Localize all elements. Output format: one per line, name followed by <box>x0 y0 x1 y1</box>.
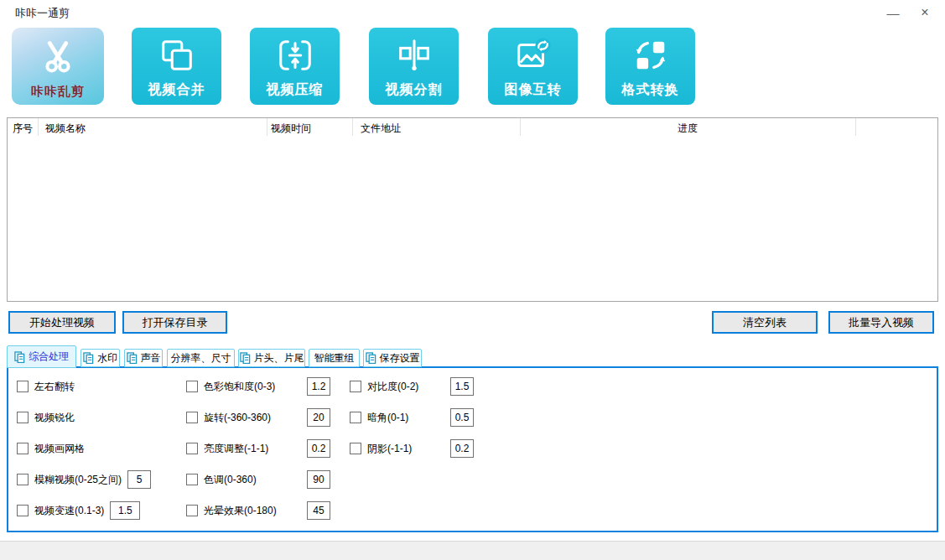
sharpen-checkbox[interactable] <box>17 412 29 423</box>
logo-label: 咔咔乱剪 <box>31 84 85 100</box>
column-divider <box>38 118 39 136</box>
general-processing-panel: 左右翻转 视频锐化 视频画网格 模糊视频(0-25之间) 视频变速(0.1-3)… <box>7 366 938 532</box>
setting-grid: 视频画网格 <box>17 438 85 459</box>
image-convert-button[interactable]: 图像互转 <box>488 28 578 105</box>
video-list-body[interactable] <box>8 136 937 301</box>
video-compress-button[interactable]: 视频压缩 <box>250 28 340 105</box>
halo-input[interactable] <box>307 501 330 520</box>
setting-label: 色彩饱和度(0-3) <box>204 380 301 394</box>
document-copy-icon <box>240 352 251 364</box>
minimize-icon: — <box>887 6 900 20</box>
halo-checkbox[interactable] <box>186 505 198 516</box>
batch-import-button[interactable]: 批量导入视频 <box>828 311 934 334</box>
vignette-input[interactable] <box>450 408 474 427</box>
setting-halo: 光晕效果(0-180) <box>186 500 330 521</box>
start-processing-button[interactable]: 开始处理视频 <box>8 311 116 334</box>
setting-hue: 色调(0-360) <box>186 469 330 490</box>
column-header-path[interactable]: 文件地址 <box>361 122 401 136</box>
setting-rotate: 旋转(-360-360) <box>186 407 330 428</box>
brightness-input[interactable] <box>307 439 330 458</box>
setting-label: 阴影(-1-1) <box>367 442 444 456</box>
setting-label: 视频锐化 <box>34 411 75 425</box>
tool-button-label: 图像互转 <box>505 81 562 99</box>
setting-label: 左右翻转 <box>34 380 75 394</box>
column-header-seq[interactable]: 序号 <box>13 122 33 136</box>
tab-label: 水印 <box>97 351 117 366</box>
tab-label: 保存设置 <box>380 351 420 366</box>
column-divider <box>855 118 856 136</box>
image-convert-icon <box>514 36 553 75</box>
setting-saturation: 色彩饱和度(0-3) <box>186 376 330 397</box>
setting-label: 对比度(0-2) <box>367 380 444 394</box>
tab-smart-recompose[interactable]: 智能重组 <box>309 349 360 367</box>
brightness-checkbox[interactable] <box>186 443 198 454</box>
contrast-checkbox[interactable] <box>350 381 361 392</box>
speed-input[interactable] <box>110 501 140 520</box>
video-list: 序号 视频名称 视频时间 文件地址 进度 <box>7 117 938 302</box>
tab-save-settings[interactable]: 保存设置 <box>363 349 422 367</box>
tab-label: 片头、片尾 <box>254 351 304 366</box>
video-split-icon <box>395 36 434 75</box>
rotate-input[interactable] <box>307 408 330 427</box>
hue-input[interactable] <box>307 470 330 489</box>
column-divider <box>267 118 267 136</box>
rotate-checkbox[interactable] <box>186 412 198 423</box>
tab-audio[interactable]: 声音 <box>124 349 163 367</box>
hue-checkbox[interactable] <box>186 474 198 485</box>
flip-horizontal-checkbox[interactable] <box>17 381 29 392</box>
tab-intro-outro[interactable]: 片头、片尾 <box>238 349 305 367</box>
column-header-time[interactable]: 视频时间 <box>271 122 311 136</box>
start-processing-label: 开始处理视频 <box>29 315 95 330</box>
tab-general-processing[interactable]: 综合处理 <box>7 345 76 368</box>
format-convert-icon <box>631 36 670 75</box>
setting-label: 旋转(-360-360) <box>204 411 301 425</box>
tab-label: 综合处理 <box>29 350 69 364</box>
setting-shadow: 阴影(-1-1) <box>350 438 474 459</box>
contrast-input[interactable] <box>450 377 474 396</box>
column-header-name[interactable]: 视频名称 <box>45 122 86 136</box>
clear-list-label: 清空列表 <box>743 315 787 330</box>
grid-checkbox[interactable] <box>17 443 29 454</box>
vignette-checkbox[interactable] <box>350 412 361 423</box>
shadow-input[interactable] <box>450 439 474 458</box>
open-save-directory-label: 打开保存目录 <box>143 315 208 330</box>
setting-label: 视频画网格 <box>34 442 85 456</box>
tab-watermark[interactable]: 水印 <box>80 349 120 367</box>
setting-label: 暗角(0-1) <box>367 411 444 425</box>
tool-button-label: 格式转换 <box>622 81 679 99</box>
column-header-progress[interactable]: 进度 <box>520 122 855 136</box>
column-divider <box>352 118 353 136</box>
tab-resolution-size[interactable]: 分辨率、尺寸 <box>167 349 235 367</box>
document-copy-icon <box>83 352 94 364</box>
video-split-button[interactable]: 视频分割 <box>369 28 459 105</box>
saturation-checkbox[interactable] <box>186 381 198 392</box>
video-merge-button[interactable]: 视频合并 <box>132 28 221 105</box>
format-convert-button[interactable]: 格式转换 <box>605 28 695 105</box>
close-icon: × <box>921 5 928 20</box>
saturation-input[interactable] <box>307 377 330 396</box>
logo-button-kaka-luanjian[interactable]: 咔咔乱剪 <box>12 28 104 105</box>
tab-label: 声音 <box>141 351 161 366</box>
setting-flip-horizontal: 左右翻转 <box>17 376 75 397</box>
window-title: 咔咔一通剪 <box>15 6 70 21</box>
document-copy-icon <box>14 351 25 363</box>
setting-sharpen: 视频锐化 <box>17 407 75 428</box>
setting-label: 模糊视频(0-25之间) <box>34 473 122 487</box>
blur-input[interactable] <box>127 470 151 489</box>
setting-contrast: 对比度(0-2) <box>350 376 474 397</box>
clear-list-button[interactable]: 清空列表 <box>712 311 818 334</box>
scissors-icon <box>36 34 80 78</box>
minimize-button[interactable]: — <box>878 0 908 25</box>
document-copy-icon <box>366 352 376 364</box>
blur-checkbox[interactable] <box>17 474 29 485</box>
tool-button-label: 视频分割 <box>386 81 443 99</box>
title-bar: 咔咔一通剪 — × <box>0 0 945 25</box>
video-merge-icon <box>158 36 196 75</box>
setting-blur: 模糊视频(0-25之间) <box>17 469 151 490</box>
setting-brightness: 亮度调整(-1-1) <box>186 438 330 459</box>
shadow-checkbox[interactable] <box>350 443 361 454</box>
speed-checkbox[interactable] <box>17 505 29 516</box>
close-button[interactable]: × <box>910 0 940 25</box>
open-save-directory-button[interactable]: 打开保存目录 <box>122 311 227 334</box>
status-bar <box>0 541 945 560</box>
